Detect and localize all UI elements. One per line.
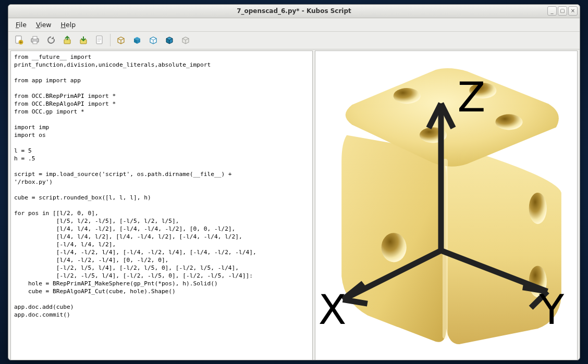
window-controls: _ ▢ × [547,6,578,16]
axis-y-label: Y [538,286,565,333]
close-button[interactable]: × [568,6,578,16]
hidden-line-button[interactable] [146,33,161,47]
axis-x-label: X [318,286,347,333]
edit-button[interactable] [92,33,107,47]
transparent-button[interactable] [178,33,193,47]
print-button[interactable] [28,33,42,47]
menu-view[interactable]: View [32,19,56,30]
toolbar-separator [110,34,111,46]
reload-button[interactable] [44,33,58,47]
maximize-button[interactable]: ▢ [558,6,567,16]
viewport-3d[interactable]: Z Y X [315,51,578,360]
save-button[interactable] [76,33,91,47]
minimize-button[interactable]: _ [547,6,557,16]
app-window: 7_openscad_6.py* - Kubos Script _ ▢ × Fi… [8,4,580,360]
axis-triad: Z Y X [315,51,572,356]
menu-file[interactable]: File [11,19,31,30]
cube-hlr-icon [148,34,159,46]
axis-z-label: Z [457,73,485,121]
save-icon [78,35,89,45]
svg-rect-5 [64,40,70,44]
page-icon [94,35,105,45]
cube-bbox-icon [164,34,175,46]
printer-icon [30,35,40,45]
cube-ghost-icon [180,34,191,46]
bbox-button[interactable] [162,33,177,47]
new-file-icon [14,35,24,45]
wireframe-button[interactable] [114,33,128,47]
cube-shaded-icon [131,34,143,46]
menubar: File View Help [8,18,580,32]
reload-icon [46,35,56,45]
window-title: 7_openscad_6.py* - Kubos Script [237,7,351,15]
cube-wire-icon [115,34,127,46]
shaded-button[interactable] [130,33,144,47]
svg-rect-4 [33,41,37,44]
code-editor[interactable]: from __future__ import print_function,di… [10,51,313,360]
content-area: from __future__ import print_function,di… [8,49,580,360]
menu-help[interactable]: Help [57,19,80,30]
open-button[interactable] [60,33,75,47]
svg-rect-3 [33,36,37,39]
toolbar [8,32,580,49]
titlebar: 7_openscad_6.py* - Kubos Script _ ▢ × [8,5,580,18]
open-icon [62,35,72,45]
new-button[interactable] [11,33,26,47]
